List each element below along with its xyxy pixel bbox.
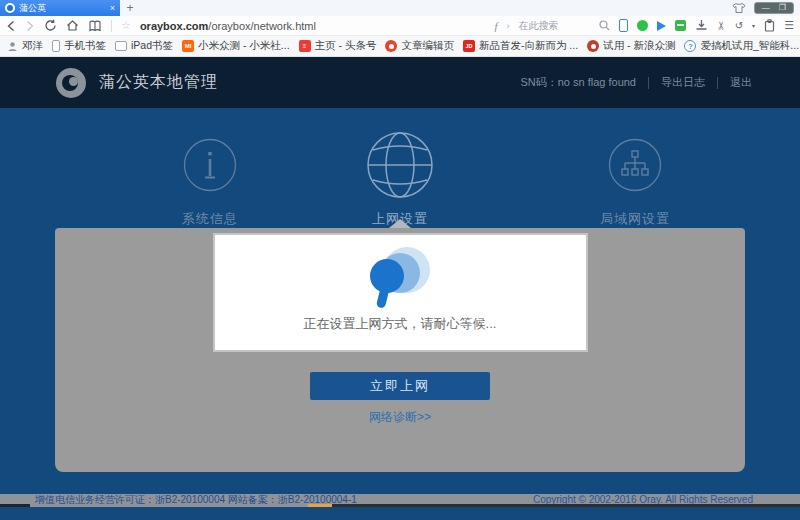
export-log-link[interactable]: 导出日志 xyxy=(661,75,705,90)
tab-title: 蒲公英 xyxy=(19,2,106,15)
jd-icon: JD xyxy=(463,40,475,52)
clipboard-icon[interactable] xyxy=(764,19,775,32)
address-bar[interactable]: oraybox.com/oraybox/network.html xyxy=(140,20,316,32)
oray-logo xyxy=(56,68,86,98)
page-body: 系统信息 上网设置 xyxy=(0,108,800,507)
refresh-icon[interactable] xyxy=(44,19,57,32)
bookmark-item[interactable]: ? 爱搞机试用_智能科... xyxy=(684,39,799,53)
bookmark-item[interactable]: MI 小米众测 - 小米社... xyxy=(182,39,290,53)
download-icon[interactable] xyxy=(695,19,708,32)
tablet-icon xyxy=(115,41,127,51)
loading-dialog: 正在设置上网方式，请耐心等候... xyxy=(213,233,588,352)
search-placeholder: 在此搜索 xyxy=(519,19,559,33)
site-favicon xyxy=(5,3,15,13)
bookmark-item[interactable]: 邓洋 xyxy=(6,39,43,53)
home-icon[interactable] xyxy=(66,19,79,32)
back-icon[interactable] xyxy=(6,20,16,32)
active-tab-arrow xyxy=(389,219,411,228)
person-icon xyxy=(6,40,18,52)
tab-label: 局域网设置 xyxy=(600,210,670,228)
bookmark-item[interactable]: 手机书签 xyxy=(52,39,106,53)
bookmarks-bar: 邓洋 手机书签 iPad书签 MI 小米众测 - 小米社... ≡ 主页 - 头… xyxy=(0,36,800,57)
mobile-sync-icon[interactable] xyxy=(619,19,628,32)
chevron-right-icon[interactable]: › xyxy=(507,21,510,31)
page-title: 蒲公英本地管理 xyxy=(99,72,218,93)
url-domain: oraybox.com xyxy=(140,20,208,32)
loading-message: 正在设置上网方式，请耐心等候... xyxy=(304,315,497,333)
flash-icon[interactable]: f xyxy=(494,20,497,32)
skin-icon[interactable] xyxy=(732,2,746,14)
browser-window: 蒲公英 × + — ❐ ☆ xyxy=(0,0,800,520)
settings-panel: 正在设置上网方式，请耐心等候... 立即上网 网络诊断>> xyxy=(55,228,745,472)
search-icon[interactable] xyxy=(599,20,610,31)
screenshot-scissors-icon[interactable]: ✂ xyxy=(716,21,727,30)
info-icon xyxy=(183,128,237,202)
sn-code-label: SN码：no sn flag found xyxy=(520,75,636,90)
taskbar-edge xyxy=(0,504,800,507)
tab-oraybox[interactable]: 蒲公英 × xyxy=(0,0,120,16)
question-icon: ? xyxy=(684,40,696,52)
video-play-icon[interactable] xyxy=(657,21,666,31)
tab-system-info[interactable]: 系统信息 xyxy=(140,128,280,228)
bookmark-item[interactable]: 试用 - 新浪众测 xyxy=(587,39,675,53)
connect-now-button[interactable]: 立即上网 xyxy=(310,372,490,400)
tab-bar: 蒲公英 × + — ❐ xyxy=(0,0,800,16)
toolbar-divider xyxy=(111,20,112,32)
reading-list-icon[interactable] xyxy=(88,20,102,32)
sina-icon xyxy=(587,40,599,52)
undo-caret-icon[interactable]: ▾ xyxy=(752,23,755,29)
bookmark-item[interactable]: JD 新品首发-向新而为 ... xyxy=(463,39,578,53)
weibo-icon xyxy=(385,40,397,52)
messenger-icon[interactable] xyxy=(637,20,648,31)
new-tab-button[interactable]: + xyxy=(120,0,140,16)
bookmark-star-icon[interactable]: ☆ xyxy=(121,19,131,32)
toutiao-icon: ≡ xyxy=(299,40,311,52)
titlebar-spacer xyxy=(140,0,732,16)
tab-network-setup[interactable]: 上网设置 xyxy=(330,128,470,228)
app-center-icon[interactable] xyxy=(675,20,686,31)
maximize-button[interactable]: ❐ xyxy=(779,4,786,12)
tab-label: 系统信息 xyxy=(182,210,238,228)
window-buttons: — ❐ xyxy=(754,2,794,14)
tab-close-icon[interactable]: × xyxy=(110,3,115,13)
tab-lan-setup[interactable]: 局域网设置 xyxy=(565,128,705,228)
search-input[interactable]: 在此搜索 xyxy=(519,19,610,33)
phone-icon xyxy=(52,40,60,52)
network-diagnose-link[interactable]: 网络诊断>> xyxy=(55,409,745,426)
bookmark-item[interactable]: iPad书签 xyxy=(115,39,173,53)
logout-link[interactable]: 退出 xyxy=(730,75,752,90)
loading-spinner-icon xyxy=(370,247,430,307)
bookmark-item[interactable]: ≡ 主页 - 头条号 xyxy=(299,39,377,53)
minimize-button[interactable]: — xyxy=(762,4,770,12)
lan-icon xyxy=(608,128,662,202)
mi-icon: MI xyxy=(182,40,194,52)
browser-toolbar: ☆ oraybox.com/oraybox/network.html f › 在… xyxy=(0,16,800,36)
globe-icon xyxy=(365,128,435,202)
undo-icon[interactable]: ↺ xyxy=(735,21,743,31)
bookmark-item[interactable]: 文章编辑页 xyxy=(385,39,454,53)
forward-icon[interactable] xyxy=(25,20,35,32)
menu-icon[interactable]: ☰ xyxy=(784,20,794,31)
window-controls: — ❐ xyxy=(732,0,800,16)
header-actions: SN码：no sn flag found 导出日志 退出 xyxy=(520,75,752,90)
url-path: /oraybox/network.html xyxy=(208,20,316,32)
site-header: 蒲公英本地管理 SN码：no sn flag found 导出日志 退出 xyxy=(0,57,800,108)
